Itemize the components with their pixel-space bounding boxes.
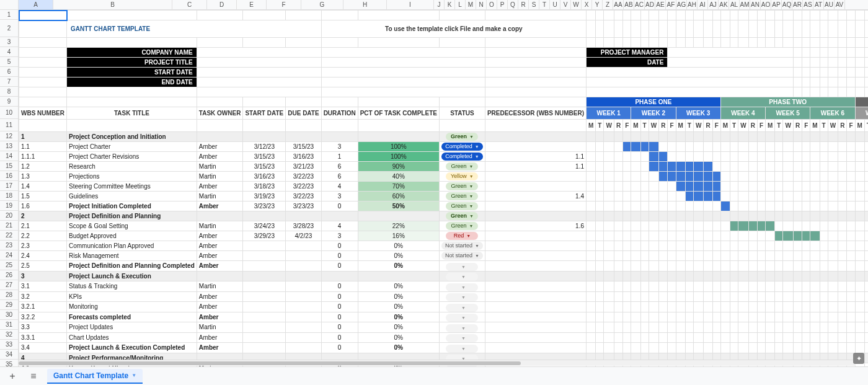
column-header-R[interactable]: R	[518, 0, 529, 9]
column-header-AG[interactable]: AG	[676, 0, 687, 9]
row-header-15[interactable]: 15	[0, 161, 19, 171]
status-chip[interactable]: ▼	[446, 334, 478, 342]
row-header-11[interactable]: 11	[0, 119, 19, 131]
column-header-AH[interactable]: AH	[687, 0, 698, 9]
row-header-28[interactable]: 28	[0, 290, 19, 300]
row-header-26[interactable]: 26	[0, 270, 19, 280]
column-header-V[interactable]: V	[560, 0, 571, 9]
select-all-corner[interactable]	[0, 0, 19, 9]
cell-status[interactable]: Not started▼	[439, 251, 485, 261]
column-header-U[interactable]: U	[550, 0, 560, 9]
cell-status[interactable]: Green▼	[439, 201, 485, 211]
cell-status[interactable]: ▼	[439, 281, 485, 292]
row-header-16[interactable]: 16	[0, 171, 19, 181]
column-header-AB[interactable]: AB	[624, 0, 634, 9]
column-header-AV[interactable]: AV	[835, 0, 845, 9]
row-header-5[interactable]: 5	[0, 57, 19, 67]
cell-status[interactable]: Green▼	[439, 162, 485, 172]
row-header-9[interactable]: 9	[0, 97, 19, 107]
row-header-19[interactable]: 19	[0, 201, 19, 211]
row-header-30[interactable]: 30	[0, 310, 19, 320]
cell-status[interactable]: Green▼	[439, 211, 485, 221]
column-header-AO[interactable]: AO	[761, 0, 771, 9]
column-header-AE[interactable]: AE	[655, 0, 666, 9]
cell-status[interactable]: Completed▼	[439, 152, 485, 162]
row-header-25[interactable]: 25	[0, 260, 19, 270]
column-header-N[interactable]: N	[476, 0, 487, 9]
status-chip[interactable]: ▼	[446, 324, 478, 332]
cell-status[interactable]: ▼	[439, 261, 485, 272]
row-header-23[interactable]: 23	[0, 241, 19, 250]
cell-status[interactable]: Green▼	[439, 132, 485, 142]
row-header-31[interactable]: 31	[0, 320, 19, 330]
status-chip[interactable]: ▼	[446, 314, 478, 322]
status-chip[interactable]: Completed▼	[441, 153, 482, 161]
cell-status[interactable]: ▼	[439, 322, 485, 333]
column-header-K[interactable]: K	[445, 0, 455, 9]
column-header-Y[interactable]: Y	[592, 0, 603, 9]
column-header-AF[interactable]: AF	[666, 0, 676, 9]
status-chip[interactable]: Green▼	[446, 162, 478, 170]
status-chip[interactable]: Yellow▼	[446, 172, 478, 180]
column-header-E[interactable]: E	[237, 0, 267, 9]
row-header-2[interactable]: 2	[0, 20, 19, 37]
cell-status[interactable]: ▼	[439, 332, 485, 343]
column-header-Q[interactable]: Q	[508, 0, 518, 9]
cell-status[interactable]: Not started▼	[439, 241, 485, 251]
cell-status[interactable]: ▼	[439, 291, 485, 302]
column-header-M[interactable]: M	[466, 0, 476, 9]
row-header-7[interactable]: 7	[0, 77, 19, 87]
column-header-AL[interactable]: AL	[729, 0, 740, 9]
cell-status[interactable]: Red▼	[439, 231, 485, 241]
status-chip[interactable]: Green▼	[446, 133, 478, 141]
status-chip[interactable]: ▼	[446, 283, 478, 291]
row-header-29[interactable]: 29	[0, 300, 19, 310]
status-chip[interactable]: Red▼	[446, 232, 478, 240]
row-header-34[interactable]: 34	[0, 350, 19, 360]
cell-status[interactable]: Green▼	[439, 221, 485, 231]
row-header-35[interactable]: 35	[0, 360, 19, 366]
row-header-8[interactable]: 8	[0, 87, 19, 97]
status-chip[interactable]: Not started▼	[441, 242, 483, 250]
column-header-AJ[interactable]: AJ	[708, 0, 719, 9]
column-header-H[interactable]: H	[343, 0, 387, 9]
explore-button[interactable]: ✦	[853, 353, 864, 364]
sheet-tab-active[interactable]: Gantt Chart Template ▼	[47, 369, 143, 384]
cell-status[interactable]: ▼	[439, 312, 485, 322]
row-header-1[interactable]: 1	[0, 10, 19, 20]
cell-status[interactable]: Green▼	[439, 192, 485, 201]
column-header-AM[interactable]: AM	[740, 0, 750, 9]
cell-A1[interactable]	[19, 11, 67, 20]
column-header-C[interactable]: C	[172, 0, 207, 9]
row-header-4[interactable]: 4	[0, 47, 19, 57]
cell-status[interactable]: Yellow▼	[439, 172, 485, 182]
column-header-P[interactable]: P	[497, 0, 508, 9]
column-header-G[interactable]: G	[301, 0, 343, 9]
row-header-3[interactable]: 3	[0, 37, 19, 47]
row-header-13[interactable]: 13	[0, 141, 19, 151]
column-header-AD[interactable]: AD	[645, 0, 655, 9]
row-header-22[interactable]: 22	[0, 231, 19, 241]
status-chip[interactable]: Green▼	[446, 212, 478, 220]
status-chip[interactable]: Green▼	[446, 192, 478, 200]
status-chip[interactable]: ▼	[446, 345, 478, 353]
column-header-B[interactable]: B	[53, 0, 172, 9]
column-header-AC[interactable]: AC	[634, 0, 645, 9]
column-header-O[interactable]: O	[487, 0, 497, 9]
status-chip[interactable]: ▼	[446, 304, 478, 312]
row-header-12[interactable]: 12	[0, 131, 19, 141]
column-header-AK[interactable]: AK	[719, 0, 729, 9]
row-header-33[interactable]: 33	[0, 340, 19, 350]
row-header-17[interactable]: 17	[0, 181, 19, 191]
cell-status[interactable]: ▼	[439, 302, 485, 312]
column-header-I[interactable]: I	[387, 0, 434, 9]
column-header-AP[interactable]: AP	[771, 0, 782, 9]
row-header-14[interactable]: 14	[0, 151, 19, 161]
row-header-10[interactable]: 10	[0, 107, 19, 119]
status-chip[interactable]: ▼	[446, 293, 478, 301]
column-header-F[interactable]: F	[267, 0, 301, 9]
status-chip[interactable]: Green▼	[446, 202, 478, 210]
row-header-20[interactable]: 20	[0, 211, 19, 221]
row-header-32[interactable]: 32	[0, 330, 19, 340]
status-chip[interactable]: Green▼	[446, 222, 478, 230]
